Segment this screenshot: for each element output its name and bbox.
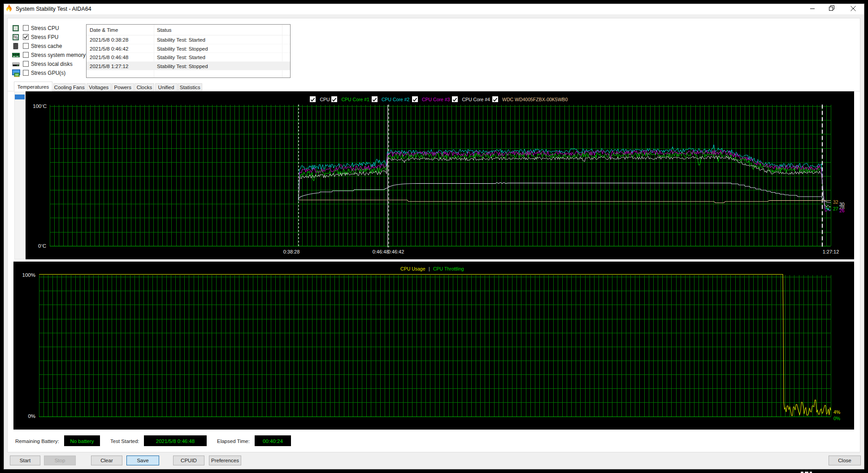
svg-text:%: % [14,34,18,39]
